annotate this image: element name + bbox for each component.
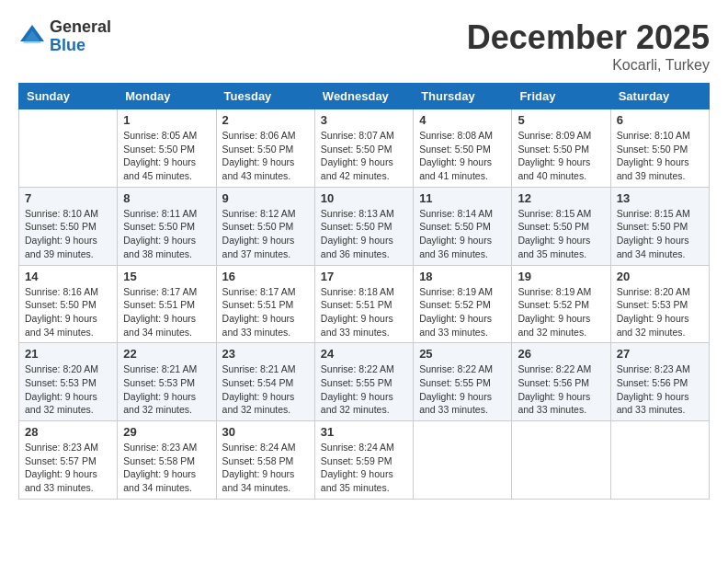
day-number: 4 xyxy=(419,113,506,127)
calendar-cell: 2Sunrise: 8:06 AMSunset: 5:50 PMDaylight… xyxy=(216,109,314,188)
week-row-5: 28Sunrise: 8:23 AMSunset: 5:57 PMDayligh… xyxy=(19,421,710,500)
day-number: 23 xyxy=(222,347,309,361)
logo-blue: Blue xyxy=(50,37,111,55)
calendar-table: SundayMondayTuesdayWednesdayThursdayFrid… xyxy=(18,83,710,500)
day-number: 3 xyxy=(321,113,407,127)
week-row-1: 1Sunrise: 8:05 AMSunset: 5:50 PMDaylight… xyxy=(19,109,710,188)
calendar-cell: 21Sunrise: 8:20 AMSunset: 5:53 PMDayligh… xyxy=(19,343,118,421)
calendar-cell: 31Sunrise: 8:24 AMSunset: 5:59 PMDayligh… xyxy=(314,421,413,500)
weekday-header-saturday: Saturday xyxy=(610,84,709,109)
day-info: Sunrise: 8:20 AMSunset: 5:53 PMDaylight:… xyxy=(617,285,703,339)
logo: General Blue xyxy=(18,18,111,55)
day-number: 6 xyxy=(617,113,703,127)
day-number: 22 xyxy=(123,347,210,361)
calendar-cell: 28Sunrise: 8:23 AMSunset: 5:57 PMDayligh… xyxy=(19,421,118,500)
day-info: Sunrise: 8:19 AMSunset: 5:52 PMDaylight:… xyxy=(518,285,604,339)
weekday-header-row: SundayMondayTuesdayWednesdayThursdayFrid… xyxy=(19,84,710,109)
day-info: Sunrise: 8:21 AMSunset: 5:53 PMDaylight:… xyxy=(123,362,210,417)
day-number: 19 xyxy=(518,270,604,283)
calendar-cell: 23Sunrise: 8:21 AMSunset: 5:54 PMDayligh… xyxy=(216,343,314,421)
day-number: 16 xyxy=(222,270,309,283)
day-number: 13 xyxy=(617,191,703,205)
day-info: Sunrise: 8:23 AMSunset: 5:58 PMDaylight:… xyxy=(123,441,210,495)
day-number: 10 xyxy=(321,191,407,205)
day-info: Sunrise: 8:14 AMSunset: 5:50 PMDaylight:… xyxy=(419,207,506,261)
calendar-cell: 3Sunrise: 8:07 AMSunset: 5:50 PMDaylight… xyxy=(314,109,413,188)
calendar-cell: 27Sunrise: 8:23 AMSunset: 5:56 PMDayligh… xyxy=(610,343,709,421)
day-info: Sunrise: 8:12 AMSunset: 5:50 PMDaylight:… xyxy=(222,207,309,261)
calendar-cell: 22Sunrise: 8:21 AMSunset: 5:53 PMDayligh… xyxy=(118,343,216,421)
calendar-cell: 13Sunrise: 8:15 AMSunset: 5:50 PMDayligh… xyxy=(610,187,709,265)
day-info: Sunrise: 8:15 AMSunset: 5:50 PMDaylight:… xyxy=(617,207,703,261)
weekday-header-monday: Monday xyxy=(118,84,216,109)
day-info: Sunrise: 8:19 AMSunset: 5:52 PMDaylight:… xyxy=(419,285,506,339)
week-row-4: 21Sunrise: 8:20 AMSunset: 5:53 PMDayligh… xyxy=(19,343,710,421)
day-info: Sunrise: 8:22 AMSunset: 5:55 PMDaylight:… xyxy=(321,362,407,417)
day-info: Sunrise: 8:16 AMSunset: 5:50 PMDaylight:… xyxy=(25,285,111,339)
calendar-cell: 20Sunrise: 8:20 AMSunset: 5:53 PMDayligh… xyxy=(610,265,709,343)
day-number: 27 xyxy=(617,347,703,361)
day-number: 21 xyxy=(25,347,111,361)
day-number: 30 xyxy=(222,425,309,439)
calendar-cell: 30Sunrise: 8:24 AMSunset: 5:58 PMDayligh… xyxy=(216,421,314,500)
calendar-cell: 29Sunrise: 8:23 AMSunset: 5:58 PMDayligh… xyxy=(118,421,216,500)
day-info: Sunrise: 8:20 AMSunset: 5:53 PMDaylight:… xyxy=(25,362,111,417)
day-info: Sunrise: 8:07 AMSunset: 5:50 PMDaylight:… xyxy=(321,129,407,183)
weekday-header-friday: Friday xyxy=(512,84,610,109)
day-number: 29 xyxy=(123,425,210,439)
day-number: 18 xyxy=(419,270,506,283)
day-number: 14 xyxy=(25,270,111,283)
day-info: Sunrise: 8:17 AMSunset: 5:51 PMDaylight:… xyxy=(222,285,309,339)
day-info: Sunrise: 8:13 AMSunset: 5:50 PMDaylight:… xyxy=(321,207,407,261)
calendar-cell: 12Sunrise: 8:15 AMSunset: 5:50 PMDayligh… xyxy=(512,187,610,265)
calendar-cell: 17Sunrise: 8:18 AMSunset: 5:51 PMDayligh… xyxy=(314,265,413,343)
calendar-cell: 1Sunrise: 8:05 AMSunset: 5:50 PMDaylight… xyxy=(118,109,216,188)
weekday-header-sunday: Sunday xyxy=(19,84,118,109)
logo-icon xyxy=(18,23,46,51)
calendar-cell xyxy=(610,421,709,500)
logo-general: General xyxy=(50,18,111,37)
day-number: 25 xyxy=(419,347,506,361)
day-number: 28 xyxy=(25,425,111,439)
day-info: Sunrise: 8:21 AMSunset: 5:54 PMDaylight:… xyxy=(222,362,309,417)
weekday-header-wednesday: Wednesday xyxy=(314,84,413,109)
day-number: 26 xyxy=(518,347,604,361)
calendar-cell: 5Sunrise: 8:09 AMSunset: 5:50 PMDaylight… xyxy=(512,109,610,188)
day-info: Sunrise: 8:24 AMSunset: 5:59 PMDaylight:… xyxy=(321,441,407,495)
calendar-cell: 16Sunrise: 8:17 AMSunset: 5:51 PMDayligh… xyxy=(216,265,314,343)
calendar-cell: 11Sunrise: 8:14 AMSunset: 5:50 PMDayligh… xyxy=(414,187,512,265)
calendar-cell xyxy=(19,109,118,188)
day-number: 17 xyxy=(321,270,407,283)
calendar-cell: 7Sunrise: 8:10 AMSunset: 5:50 PMDaylight… xyxy=(19,187,118,265)
day-info: Sunrise: 8:23 AMSunset: 5:56 PMDaylight:… xyxy=(617,362,703,417)
day-number: 2 xyxy=(222,113,309,127)
day-number: 20 xyxy=(617,270,703,283)
month-title: December 2025 xyxy=(467,18,710,57)
day-number: 8 xyxy=(123,191,210,205)
calendar-cell: 14Sunrise: 8:16 AMSunset: 5:50 PMDayligh… xyxy=(19,265,118,343)
weekday-header-tuesday: Tuesday xyxy=(216,84,314,109)
calendar-cell: 19Sunrise: 8:19 AMSunset: 5:52 PMDayligh… xyxy=(512,265,610,343)
calendar-cell: 8Sunrise: 8:11 AMSunset: 5:50 PMDaylight… xyxy=(118,187,216,265)
week-row-3: 14Sunrise: 8:16 AMSunset: 5:50 PMDayligh… xyxy=(19,265,710,343)
day-info: Sunrise: 8:09 AMSunset: 5:50 PMDaylight:… xyxy=(518,129,604,183)
calendar-cell: 25Sunrise: 8:22 AMSunset: 5:55 PMDayligh… xyxy=(414,343,512,421)
day-info: Sunrise: 8:10 AMSunset: 5:50 PMDaylight:… xyxy=(25,207,111,261)
day-number: 11 xyxy=(419,191,506,205)
location: Kocarli, Turkey xyxy=(467,57,710,74)
day-info: Sunrise: 8:23 AMSunset: 5:57 PMDaylight:… xyxy=(25,441,111,495)
day-number: 9 xyxy=(222,191,309,205)
day-info: Sunrise: 8:10 AMSunset: 5:50 PMDaylight:… xyxy=(617,129,703,183)
day-info: Sunrise: 8:22 AMSunset: 5:55 PMDaylight:… xyxy=(419,362,506,417)
day-number: 7 xyxy=(25,191,111,205)
day-info: Sunrise: 8:22 AMSunset: 5:56 PMDaylight:… xyxy=(518,362,604,417)
weekday-header-thursday: Thursday xyxy=(414,84,512,109)
week-row-2: 7Sunrise: 8:10 AMSunset: 5:50 PMDaylight… xyxy=(19,187,710,265)
calendar-cell: 4Sunrise: 8:08 AMSunset: 5:50 PMDaylight… xyxy=(414,109,512,188)
day-number: 12 xyxy=(518,191,604,205)
day-info: Sunrise: 8:05 AMSunset: 5:50 PMDaylight:… xyxy=(123,129,210,183)
day-number: 5 xyxy=(518,113,604,127)
day-info: Sunrise: 8:24 AMSunset: 5:58 PMDaylight:… xyxy=(222,441,309,495)
day-number: 24 xyxy=(321,347,407,361)
calendar-cell xyxy=(512,421,610,500)
